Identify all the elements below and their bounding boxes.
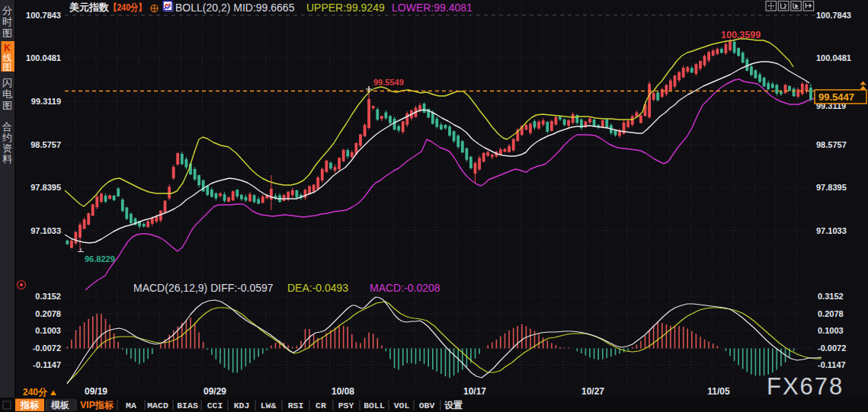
svg-text:RSI: RSI	[288, 401, 304, 410]
svg-text:美元指数: 美元指数	[69, 2, 109, 13]
svg-text:DEA:-0.0493: DEA:-0.0493	[287, 282, 348, 294]
svg-text:资: 资	[2, 142, 12, 154]
svg-text:97.8395: 97.8395	[30, 183, 61, 192]
svg-text:时: 时	[2, 16, 12, 27]
svg-text:K: K	[4, 43, 11, 53]
svg-text:CCI: CCI	[207, 401, 223, 410]
svg-text:09/29: 09/29	[203, 386, 226, 397]
svg-text:96.8229: 96.8229	[85, 254, 115, 263]
svg-text:-0.0072: -0.0072	[33, 343, 61, 353]
svg-text:BOLL(20,2) MID:99.6665: BOLL(20,2) MID:99.6665	[175, 2, 295, 14]
svg-text:PSY: PSY	[338, 401, 354, 410]
svg-text:BOLL: BOLL	[364, 401, 385, 410]
svg-text:MACD(26,12,9) DIFF:-0.0597: MACD(26,12,9) DIFF:-0.0597	[133, 282, 274, 294]
svg-text:LOWER:99.4081: LOWER:99.4081	[392, 2, 472, 14]
svg-text:240分: 240分	[23, 387, 48, 398]
svg-text:-0.1147: -0.1147	[818, 360, 846, 369]
svg-text:100.7843: 100.7843	[816, 11, 851, 20]
svg-text:BIAS: BIAS	[177, 401, 198, 410]
svg-text:模板: 模板	[50, 400, 69, 410]
svg-text:指标: 指标	[20, 400, 40, 410]
svg-text:10/08: 10/08	[332, 386, 354, 397]
svg-text:97.1033: 97.1033	[816, 226, 847, 235]
svg-text:设置: 设置	[444, 400, 463, 410]
svg-text:98.5757: 98.5757	[816, 140, 847, 149]
svg-text:100.0481: 100.0481	[26, 53, 61, 62]
svg-text:料: 料	[2, 153, 12, 164]
svg-text:图: 图	[3, 62, 12, 72]
svg-text:10/27: 10/27	[581, 386, 604, 397]
svg-text:09/19: 09/19	[85, 386, 107, 397]
svg-text:电: 电	[2, 88, 12, 100]
svg-text:0.2078: 0.2078	[818, 309, 844, 318]
svg-text:FX678: FX678	[767, 373, 844, 400]
svg-text:MACD: MACD	[147, 401, 168, 410]
svg-text:11/05: 11/05	[707, 386, 730, 397]
svg-text:MACD:-0.0208: MACD:-0.0208	[370, 282, 440, 294]
svg-text:99.5447: 99.5447	[818, 91, 854, 103]
svg-text:97.8395: 97.8395	[816, 183, 847, 192]
svg-text:KDJ: KDJ	[234, 401, 250, 410]
svg-text:100.0481: 100.0481	[816, 53, 851, 62]
svg-text:LW&: LW&	[261, 401, 277, 410]
svg-text:CR: CR	[315, 401, 326, 410]
svg-text:图: 图	[2, 27, 12, 39]
svg-text:UPPER:99.9249: UPPER:99.9249	[306, 2, 385, 14]
svg-text:10/17: 10/17	[463, 386, 486, 397]
svg-text:0.2078: 0.2078	[35, 309, 61, 318]
svg-text:闪: 闪	[2, 77, 12, 88]
svg-text:VOL: VOL	[394, 401, 410, 410]
svg-text:OBV: OBV	[419, 401, 435, 410]
svg-text:0.1003: 0.1003	[35, 326, 61, 335]
svg-text:VIP指标: VIP指标	[80, 400, 114, 410]
svg-text:【240分】: 【240分】	[109, 2, 146, 13]
svg-text:99.3119: 99.3119	[31, 97, 61, 106]
svg-text:97.1033: 97.1033	[30, 226, 61, 235]
svg-text:100.3599: 100.3599	[721, 30, 761, 40]
svg-text:98.5757: 98.5757	[30, 140, 61, 149]
svg-text:约: 约	[2, 132, 12, 143]
svg-text:-0.1147: -0.1147	[33, 360, 61, 369]
svg-text:-0.0072: -0.0072	[818, 343, 846, 353]
svg-text:100.7843: 100.7843	[26, 11, 61, 20]
svg-text:99.5549: 99.5549	[373, 78, 404, 87]
svg-text:0.3152: 0.3152	[35, 292, 61, 301]
svg-text:图: 图	[2, 100, 12, 111]
svg-text:0.1003: 0.1003	[818, 326, 844, 335]
svg-text:0.3152: 0.3152	[818, 292, 844, 301]
svg-text:分: 分	[2, 5, 12, 16]
svg-text:MA: MA	[126, 401, 136, 410]
svg-text:合: 合	[2, 121, 12, 133]
